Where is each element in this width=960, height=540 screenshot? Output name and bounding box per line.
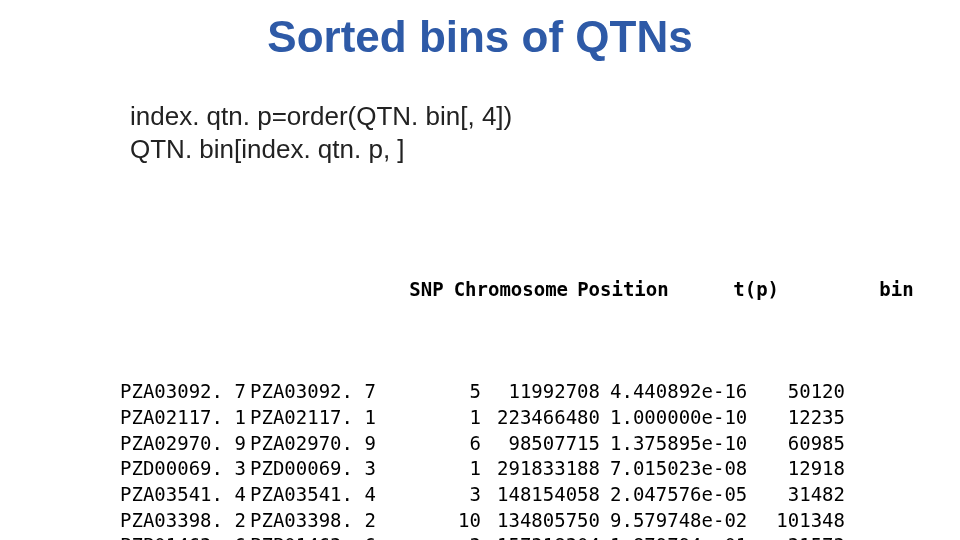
cell-bin: 31482 xyxy=(765,482,845,508)
cell-snp: PZB01463. 6 xyxy=(250,533,385,540)
cell-tp: 7.015023e-08 xyxy=(610,456,765,482)
cell-tp: 9.579748e-02 xyxy=(610,508,765,534)
cell-rowname: PZA03092. 7 xyxy=(120,379,250,405)
cell-chromosome: 3 xyxy=(385,533,495,540)
table-row: PZA02117. 1PZA02117. 112234664801.000000… xyxy=(120,405,914,431)
cell-bin: 101348 xyxy=(765,508,845,534)
cell-position: 148154058 xyxy=(495,482,610,508)
col-header-tp: t(p) xyxy=(679,277,834,303)
col-header-snp: SNP xyxy=(319,277,454,303)
table-header-row: SNPChromosomePositiont(p)bin xyxy=(120,251,914,328)
code-block: index. qtn. p=order(QTN. bin[, 4]) QTN. … xyxy=(130,100,512,165)
cell-snp: PZA03398. 2 xyxy=(250,508,385,534)
cell-position: 291833188 xyxy=(495,456,610,482)
cell-bin: 12918 xyxy=(765,456,845,482)
cell-rowname: PZB01463. 6 xyxy=(120,533,250,540)
cell-tp: 4.440892e-16 xyxy=(610,379,765,405)
cell-tp: 1.375895e-10 xyxy=(610,431,765,457)
cell-snp: PZA03092. 7 xyxy=(250,379,385,405)
cell-snp: PZA03541. 4 xyxy=(250,482,385,508)
cell-chromosome: 6 xyxy=(385,431,495,457)
cell-position: 11992708 xyxy=(495,379,610,405)
cell-bin: 12235 xyxy=(765,405,845,431)
cell-position: 157318304 xyxy=(495,533,610,540)
table-row: PZA03398. 2PZA03398. 2101348057509.57974… xyxy=(120,508,914,534)
cell-chromosome: 10 xyxy=(385,508,495,534)
cell-chromosome: 3 xyxy=(385,482,495,508)
code-line-1: index. qtn. p=order(QTN. bin[, 4]) xyxy=(130,100,512,133)
table-row: PZD00069. 3PZD00069. 312918331887.015023… xyxy=(120,456,914,482)
slide-title: Sorted bins of QTNs xyxy=(0,12,960,62)
cell-chromosome: 1 xyxy=(385,456,495,482)
cell-tp: 1.000000e-10 xyxy=(610,405,765,431)
cell-bin: 31573 xyxy=(765,533,845,540)
table-row: PZA03541. 4PZA03541. 431481540582.047576… xyxy=(120,482,914,508)
table-body: PZA03092. 7PZA03092. 75119927084.440892e… xyxy=(120,379,914,540)
cell-rowname: PZA02970. 9 xyxy=(120,431,250,457)
cell-chromosome: 1 xyxy=(385,405,495,431)
cell-position: 98507715 xyxy=(495,431,610,457)
cell-position: 223466480 xyxy=(495,405,610,431)
cell-snp: PZA02117. 1 xyxy=(250,405,385,431)
cell-position: 134805750 xyxy=(495,508,610,534)
cell-chromosome: 5 xyxy=(385,379,495,405)
cell-rowname: PZA02117. 1 xyxy=(120,405,250,431)
cell-rowname: PZA03541. 4 xyxy=(120,482,250,508)
cell-bin: 50120 xyxy=(765,379,845,405)
col-header-chromosome: Chromosome xyxy=(454,277,564,303)
cell-rowname: PZD00069. 3 xyxy=(120,456,250,482)
cell-snp: PZD00069. 3 xyxy=(250,456,385,482)
table-row: PZA02970. 9PZA02970. 96985077151.375895e… xyxy=(120,431,914,457)
cell-tp: 2.047576e-05 xyxy=(610,482,765,508)
cell-rowname: PZA03398. 2 xyxy=(120,508,250,534)
cell-snp: PZA02970. 9 xyxy=(250,431,385,457)
output-table: SNPChromosomePositiont(p)bin PZA03092. 7… xyxy=(120,200,914,540)
col-header-bin: bin xyxy=(834,277,914,303)
cell-bin: 60985 xyxy=(765,431,845,457)
code-line-2: QTN. bin[index. qtn. p, ] xyxy=(130,133,512,166)
slide: Sorted bins of QTNs index. qtn. p=order(… xyxy=(0,0,960,540)
cell-tp: 1.879794e-01 xyxy=(610,533,765,540)
table-row: PZB01463. 6PZB01463. 631573183041.879794… xyxy=(120,533,914,540)
table-row: PZA03092. 7PZA03092. 75119927084.440892e… xyxy=(120,379,914,405)
col-header-position: Position xyxy=(564,277,679,303)
